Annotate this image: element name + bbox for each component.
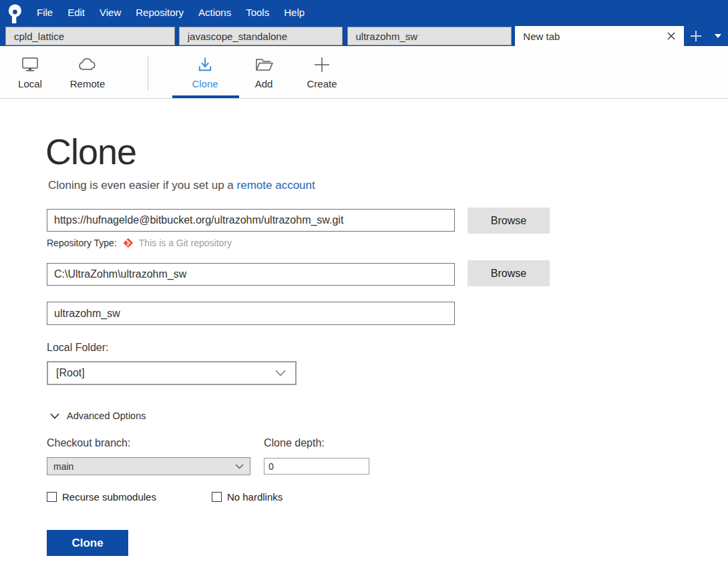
chevron-down-icon [235, 464, 244, 469]
name-input[interactable] [47, 302, 455, 325]
new-tab-button[interactable] [684, 26, 708, 46]
repository-type-label: Repository Type: [47, 238, 117, 248]
chevron-down-icon [50, 413, 59, 419]
local-folder-label: Local Folder: [47, 342, 109, 354]
chevron-down-icon [714, 33, 722, 39]
menu-view[interactable]: View [92, 0, 128, 25]
subtitle-text: Cloning is even easier if you set up a [48, 179, 237, 192]
sourcetree-window: File Edit View Repository Actions Tools … [0, 0, 728, 584]
local-folder-value: [Root] [56, 367, 85, 379]
menu-help[interactable]: Help [277, 0, 312, 25]
local-folder-dropdown[interactable]: [Root] [47, 361, 297, 385]
toolbar-local[interactable]: Local [0, 54, 60, 89]
download-icon [196, 54, 214, 75]
advanced-options-toggle[interactable]: Advanced Options [50, 410, 146, 421]
clone-depth-label: Clone depth: [264, 437, 325, 449]
cloud-icon [77, 54, 98, 75]
tab-new-tab[interactable]: New tab [515, 26, 684, 46]
close-tab-icon[interactable] [664, 29, 679, 43]
menu-tools[interactable]: Tools [238, 0, 277, 25]
advanced-options-label: Advanced Options [67, 410, 146, 421]
toolbar-remote[interactable]: Remote [57, 54, 118, 89]
tab-label: New tab [523, 31, 560, 42]
recurse-submodules-checkbox[interactable] [47, 492, 57, 502]
recurse-submodules-label: Recurse submodules [62, 491, 156, 503]
tab-javascope-standalone[interactable]: javascope_standalone [179, 27, 343, 45]
destination-path-input[interactable] [47, 263, 455, 286]
no-hardlinks-label: No hardlinks [227, 491, 283, 503]
tab-ultrazohm-sw[interactable]: ultrazohm_sw [347, 27, 512, 45]
checkbox-row: Recurse submodules No hardlinks [47, 491, 283, 503]
checkout-branch-label: Checkout branch: [47, 437, 130, 449]
toolbar-clone[interactable]: Clone [175, 54, 235, 89]
checkout-branch-dropdown[interactable]: main [47, 457, 250, 475]
tab-cpld-lattice[interactable]: cpld_lattice [5, 27, 175, 45]
toolbar-add-label: Add [255, 78, 273, 89]
open-folder-icon [254, 54, 274, 75]
clone-depth-input[interactable] [264, 458, 369, 475]
tab-list-dropdown-button[interactable] [708, 26, 728, 46]
toolbar-create-label: Create [307, 78, 337, 89]
toolbar-divider [148, 56, 148, 91]
browse-destination-button[interactable]: Browse [468, 260, 550, 286]
subtitle: Cloning is even easier if you set up a r… [48, 179, 315, 192]
menu-items: File Edit View Repository Actions Tools … [29, 0, 312, 25]
clone-button[interactable]: Clone [47, 530, 128, 556]
active-tab-underline [172, 95, 239, 98]
toolbar-remote-label: Remote [70, 78, 106, 89]
plus-icon [313, 54, 331, 75]
toolbar-add[interactable]: Add [234, 54, 294, 89]
plus-icon [689, 29, 703, 43]
menu-bar: File Edit View Repository Actions Tools … [0, 0, 728, 25]
tab-bar: cpld_lattice javascope_standalone ultraz… [0, 25, 728, 46]
checkout-branch-value: main [53, 461, 73, 472]
menu-actions[interactable]: Actions [191, 0, 238, 25]
repository-type-value: This is a Git repository [139, 238, 232, 248]
toolbar-create[interactable]: Create [292, 54, 352, 89]
chevron-down-icon [275, 370, 286, 376]
source-url-input[interactable] [47, 209, 455, 232]
toolbar: Local Remote Clone [0, 46, 728, 99]
repository-type-row: Repository Type: This is a Git repositor… [47, 236, 232, 250]
git-logo-icon [122, 237, 134, 249]
tab-label: cpld_lattice [14, 31, 64, 42]
menu-file[interactable]: File [29, 0, 60, 25]
tab-label: ultrazohm_sw [356, 31, 418, 42]
tab-label: javascope_standalone [188, 31, 287, 42]
toolbar-clone-label: Clone [192, 78, 218, 89]
monitor-icon [20, 54, 40, 75]
sourcetree-logo-icon [6, 3, 25, 23]
remote-account-link[interactable]: remote account [237, 179, 315, 192]
menu-edit[interactable]: Edit [60, 0, 92, 25]
toolbar-local-label: Local [18, 78, 42, 89]
no-hardlinks-checkbox[interactable] [212, 492, 222, 502]
browse-source-button[interactable]: Browse [468, 208, 550, 234]
page-title: Clone [45, 131, 136, 172]
menu-repository[interactable]: Repository [128, 0, 191, 25]
